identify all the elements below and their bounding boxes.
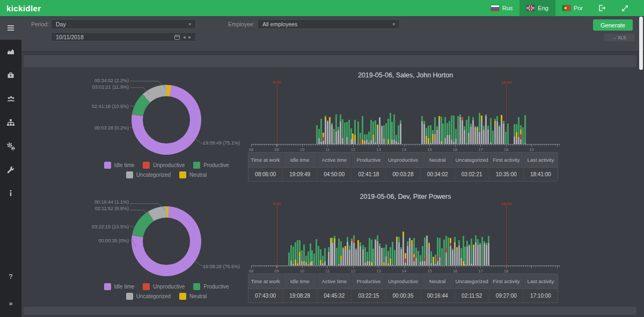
next-report-header-bar[interactable] (24, 307, 636, 315)
activity-bar-segment (432, 140, 434, 144)
activity-bar-segment (349, 246, 350, 250)
activity-bar (456, 247, 458, 265)
language-eng-button[interactable]: Eng (519, 0, 555, 16)
activity-bar (340, 114, 341, 144)
activity-bar-segment (385, 244, 387, 256)
activity-bar (325, 116, 326, 144)
language-rus-button[interactable]: Rus (484, 0, 520, 16)
table-header-row: Time at workIdle timeActive timeProducti… (248, 274, 558, 289)
date-prev-button[interactable]: ◂ (183, 34, 186, 40)
activity-bar-segment (458, 246, 460, 265)
activity-bar-segment (295, 263, 296, 265)
activity-bar-segment (333, 143, 335, 144)
export-xls-button[interactable]: → XLS (604, 34, 634, 41)
activity-bar-segment (316, 239, 317, 265)
activity-bar (423, 121, 425, 144)
donut-callout-uncategorized: 03:02:21 (11.9%) (32, 84, 129, 90)
activity-bar-segment (381, 126, 383, 144)
activity-bar-segment (481, 121, 482, 144)
sign-out-button[interactable] (590, 0, 613, 16)
activity-bar-segment (454, 244, 456, 265)
app-logo: kickidler (6, 4, 41, 13)
activity-bar-segment (424, 257, 426, 261)
activity-bar (514, 124, 515, 144)
activity-bar-segment (383, 262, 385, 265)
activity-bar-segment (340, 256, 342, 260)
activity-bar (353, 235, 355, 265)
vertical-scrollbar-thumb[interactable] (639, 17, 643, 70)
activity-bar-segment (468, 116, 470, 133)
activity-bar-segment (311, 261, 313, 265)
activity-bar-segment (338, 130, 339, 144)
activity-bar-segment (464, 130, 465, 144)
activity-bar-segment (379, 118, 380, 144)
activity-bar-segment (433, 257, 434, 263)
legend-label: Productive (203, 162, 229, 168)
sidebar-item-tools[interactable] (0, 158, 21, 182)
activity-bar (524, 115, 526, 144)
sidebar-help-button[interactable]: ? (0, 264, 21, 288)
generate-button[interactable]: Generate (593, 19, 633, 31)
activity-bar-segment (327, 121, 328, 144)
activity-bar-segment (350, 128, 352, 139)
activity-bar (316, 125, 318, 144)
period-select[interactable]: Day ▾ (51, 19, 196, 29)
sidebar-item-structure[interactable] (0, 111, 21, 134)
date-input[interactable]: 10/11/2018 ◂▸ (51, 32, 196, 41)
activity-bar-segment (303, 244, 305, 261)
activity-bar-segment (496, 121, 498, 144)
language-por-button[interactable]: Por (555, 0, 590, 16)
activity-bar-segment (411, 240, 413, 246)
activity-bar-segment (353, 239, 355, 243)
schedule-boundary-line (506, 207, 507, 265)
sidebar-collapse-button[interactable]: » (0, 291, 21, 315)
legend-swatch (143, 162, 150, 169)
activity-bar (457, 116, 459, 144)
activity-bar-segment (335, 114, 337, 132)
activity-bar-segment (490, 142, 492, 144)
activity-bar-segment (487, 126, 489, 129)
activity-bar-segment (475, 242, 477, 265)
sidebar-item-employees[interactable] (0, 87, 21, 111)
table-value-cell: 17:10:00 (524, 289, 558, 302)
employee-value: All employees (262, 21, 297, 27)
activity-bar-segment (447, 135, 448, 144)
sidebar-item-violations[interactable] (0, 63, 21, 87)
activity-bar (405, 253, 406, 265)
activity-bar-segment (351, 241, 353, 265)
activity-bar (322, 256, 324, 265)
report-group-header-bar[interactable] (24, 55, 636, 67)
activity-bar-segment (464, 264, 466, 265)
activity-bar (451, 116, 452, 144)
activity-bar (334, 236, 335, 265)
activity-bar (464, 247, 466, 265)
activity-bar-segment (362, 116, 363, 140)
activity-bar (333, 129, 335, 144)
sidebar-item-settings[interactable] (0, 134, 21, 158)
sidebar-item-info[interactable] (0, 182, 21, 205)
language-eng-label: Eng (538, 5, 548, 11)
activity-bar (320, 249, 321, 265)
activity-bar-segment (331, 125, 333, 144)
sidebar-item-reports[interactable] (0, 16, 21, 40)
donut-callout-productive: 02:41:18 (10.5%) (32, 104, 129, 109)
activity-bar-segment (350, 139, 352, 144)
activity-bar-segment (345, 251, 346, 265)
activity-bar-segment (451, 140, 452, 144)
activity-bar-segment (464, 126, 465, 130)
sidebar-item-charts[interactable] (0, 40, 21, 63)
table-header-cell: Idle time (283, 153, 317, 167)
employee-select[interactable]: All employees ▾ (258, 19, 400, 29)
activity-bar (362, 116, 363, 144)
fullscreen-button[interactable] (613, 0, 636, 16)
x-axis-ticks (251, 266, 560, 268)
activity-bar-segment (372, 121, 374, 135)
activity-bar (377, 125, 378, 144)
legend-row: UncategorizedNeutral (70, 293, 263, 300)
date-next-button[interactable]: ▸ (188, 34, 191, 40)
activity-bar-segment (340, 114, 341, 121)
activity-bar (330, 238, 332, 265)
activity-bar-segment (310, 265, 311, 265)
activity-bar-segment (362, 249, 364, 265)
table-value-cell: 03:22:15 (352, 289, 386, 302)
